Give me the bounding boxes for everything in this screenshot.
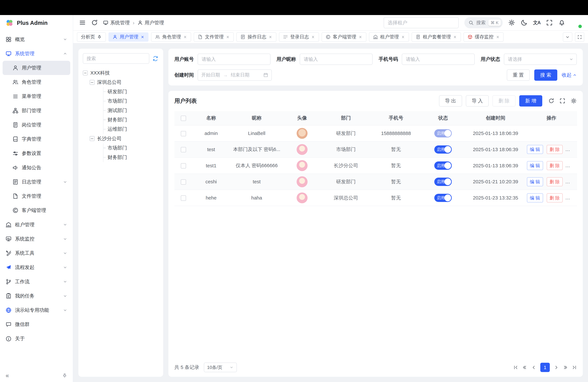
sidebar-collapse-button[interactable]: « xyxy=(5,373,9,379)
row-checkbox[interactable] xyxy=(181,179,186,185)
sidebar-item-overview[interactable]: 概览 xyxy=(0,32,73,46)
tab-file-mgmt[interactable]: 文件管理 xyxy=(194,32,234,42)
prev-multi-page-icon[interactable] xyxy=(522,365,527,370)
phone-input[interactable] xyxy=(402,54,475,65)
user-avatar-button[interactable] xyxy=(571,17,582,28)
tenant-select-input[interactable] xyxy=(384,17,459,28)
close-icon[interactable] xyxy=(269,35,272,39)
more-button[interactable]: 更多 xyxy=(566,145,577,154)
last-page-icon[interactable] xyxy=(572,365,577,370)
first-page-icon[interactable] xyxy=(513,365,518,370)
sidebar-item-about[interactable]: 关于 xyxy=(0,332,73,346)
tree-collapse-icon[interactable] xyxy=(90,80,95,85)
tab-login-log[interactable]: 登录日志 xyxy=(279,32,319,42)
sidebar-item-system-tools[interactable]: 系统工具 xyxy=(0,246,73,260)
global-search-button[interactable]: 搜索 ⌘ K xyxy=(464,17,503,28)
sidebar-item-system-mgmt[interactable]: 系统管理 xyxy=(0,46,73,61)
tree-node-root[interactable]: XXX科技 xyxy=(83,68,159,78)
row-checkbox[interactable] xyxy=(181,147,186,152)
next-page-icon[interactable] xyxy=(554,365,559,370)
sidebar-item-client-mgmt[interactable]: 客户端管理 xyxy=(0,203,73,217)
delete-button[interactable]: 删 除 xyxy=(547,193,563,202)
sidebar-item-process-start[interactable]: 流程发起 xyxy=(0,260,73,275)
tab-analysis[interactable]: 分析页 xyxy=(77,32,106,42)
fullscreen-icon[interactable] xyxy=(559,98,566,104)
row-checkbox[interactable] xyxy=(181,163,186,169)
page-number-current[interactable]: 1 xyxy=(540,363,550,372)
reset-button[interactable]: 重 置 xyxy=(507,69,530,81)
row-checkbox[interactable] xyxy=(181,131,186,136)
tab-role-mgmt[interactable]: 角色管理 xyxy=(151,32,191,42)
delete-button[interactable]: 删 除 xyxy=(492,95,515,106)
tree-leaf-dept[interactable]: 测试部门 xyxy=(103,106,159,115)
tab-list-dropdown-button[interactable] xyxy=(563,32,572,42)
delete-button[interactable]: 删 除 xyxy=(547,145,563,154)
tree-node-company[interactable]: 深圳总公司 xyxy=(90,78,159,87)
refresh-icon[interactable] xyxy=(548,98,554,104)
import-button[interactable]: 导 入 xyxy=(466,95,489,106)
edit-button[interactable]: 编 辑 xyxy=(527,177,543,186)
translate-icon[interactable]: 文A xyxy=(533,20,541,26)
sidebar-item-demo-features[interactable]: 演示站专用功能 xyxy=(0,303,73,317)
sidebar-item-user-mgmt[interactable]: 用户管理 xyxy=(3,61,70,75)
tree-leaf-dept[interactable]: 研发部门 xyxy=(103,87,159,96)
sidebar-item-role-mgmt[interactable]: 角色管理 xyxy=(0,75,73,89)
delete-button[interactable]: 删 除 xyxy=(547,177,563,186)
export-button[interactable]: 导 出 xyxy=(439,95,462,106)
sidebar-item-dept-mgmt[interactable]: 部门管理 xyxy=(0,104,73,118)
fullscreen-icon[interactable] xyxy=(546,19,553,26)
status-toggle[interactable]: 启用 xyxy=(434,146,452,154)
close-icon[interactable] xyxy=(226,35,230,39)
account-input[interactable] xyxy=(198,54,271,65)
delete-button[interactable]: 删 除 xyxy=(547,161,563,170)
dark-mode-moon-icon[interactable] xyxy=(521,19,527,26)
column-settings-gear-icon[interactable] xyxy=(571,98,577,104)
tree-leaf-dept[interactable]: 市场部门 xyxy=(103,143,159,153)
tab-tenant-package-mgmt[interactable]: 租户套餐管理 xyxy=(412,32,461,42)
tree-leaf-dept[interactable]: 财务部门 xyxy=(103,153,159,162)
select-all-checkbox[interactable] xyxy=(181,116,186,121)
more-button[interactable]: 更多 xyxy=(566,161,577,170)
prev-page-icon[interactable] xyxy=(531,365,536,370)
tab-client-mgmt[interactable]: 客户端管理 xyxy=(322,32,366,42)
tab-operation-log[interactable]: 操作日志 xyxy=(236,32,276,42)
more-button[interactable]: 更多 xyxy=(566,193,577,202)
sidebar-item-tenant-mgmt[interactable]: 租户管理 xyxy=(0,217,73,232)
tree-leaf-dept[interactable]: 财务部门 xyxy=(103,115,159,125)
sidebar-item-file-mgmt[interactable]: 文件管理 xyxy=(0,189,73,203)
add-button[interactable]: 新 增 xyxy=(519,95,542,106)
sidebar-item-system-monitor[interactable]: 系统监控 xyxy=(0,232,73,246)
refresh-icon[interactable] xyxy=(91,19,98,26)
sidebar-item-param-settings[interactable]: 参数设置 xyxy=(0,146,73,160)
status-select[interactable]: 请选择 xyxy=(504,54,577,65)
breadcrumb-system-mgmt[interactable]: 系统管理 xyxy=(103,20,130,26)
close-icon[interactable] xyxy=(453,35,457,39)
tab-tenant-mgmt[interactable]: 租户管理 xyxy=(369,32,409,42)
close-icon[interactable] xyxy=(311,35,315,39)
sidebar-item-notice[interactable]: 通知公告 xyxy=(0,161,73,175)
tab-cache-monitor[interactable]: 缓存监控 xyxy=(463,32,504,42)
pin-icon[interactable] xyxy=(97,35,102,39)
date-range-picker[interactable]: 开始日期 → 结束日期 xyxy=(198,69,272,81)
more-button[interactable]: 更多 xyxy=(566,177,577,186)
status-toggle[interactable]: 启用 xyxy=(434,178,452,186)
tree-search-input[interactable] xyxy=(83,53,149,64)
close-icon[interactable] xyxy=(183,35,187,39)
row-checkbox[interactable] xyxy=(181,195,186,201)
gear-icon[interactable] xyxy=(508,19,515,26)
sidebar-item-workflow[interactable]: 工作流 xyxy=(0,275,73,289)
edit-button[interactable]: 编 辑 xyxy=(527,161,543,170)
sidebar-item-post-mgmt[interactable]: 岗位管理 xyxy=(0,118,73,132)
search-button[interactable]: 搜 索 xyxy=(534,69,557,81)
page-size-select[interactable]: 10条/页 xyxy=(204,362,237,372)
status-toggle[interactable]: 启用 xyxy=(434,161,452,170)
bell-icon[interactable] xyxy=(558,19,565,26)
tab-user-mgmt[interactable]: 用户管理 xyxy=(108,32,148,42)
tree-leaf-dept[interactable]: 市场部门 xyxy=(103,96,159,106)
hamburger-icon[interactable] xyxy=(79,19,86,26)
tree-refresh-icon[interactable] xyxy=(152,55,159,62)
sidebar-item-log-mgmt[interactable]: 日志管理 xyxy=(0,175,73,189)
breadcrumb-user-mgmt[interactable]: 用户管理 xyxy=(138,20,164,26)
sidebar-item-dict-mgmt[interactable]: 字典管理 xyxy=(0,132,73,146)
status-toggle[interactable]: 启用 xyxy=(434,129,452,138)
